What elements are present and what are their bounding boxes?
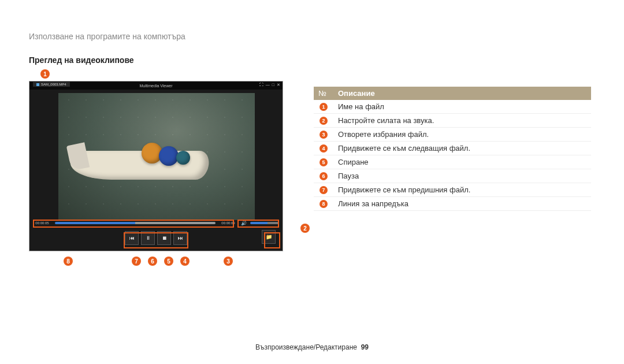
time-current: 00:00:05 xyxy=(33,221,51,225)
legend-desc: Спиране xyxy=(333,155,591,169)
legend-bullet: 7 xyxy=(320,186,328,194)
volume-slider[interactable] xyxy=(250,222,279,224)
legend-row: 7Придвижете се към предишния файл. xyxy=(314,183,591,197)
maximize-icon[interactable]: □ xyxy=(272,83,274,87)
legend-bullet: 4 xyxy=(320,144,328,153)
legend-bullet: 8 xyxy=(320,200,328,208)
page-number: 99 xyxy=(361,343,369,351)
legend-desc: Настройте силата на звука. xyxy=(333,114,591,127)
callout-2: 2 xyxy=(300,224,310,233)
legend-row: 3Отворете избрания файл. xyxy=(314,128,591,142)
callout-6: 6 xyxy=(148,257,157,266)
legend-desc: Придвижете се към предишния файл. xyxy=(333,183,591,196)
stop-button[interactable]: ⏹ xyxy=(157,231,171,245)
legend-bullet: 3 xyxy=(320,131,328,139)
progress-bar[interactable] xyxy=(55,222,216,224)
legend-bullet: 1 xyxy=(320,103,328,111)
legend-desc: Пауза xyxy=(333,169,591,183)
legend-desc: Линия за напредъка xyxy=(333,197,591,210)
breadcrumb: Използване на програмите на компютъра xyxy=(29,32,185,41)
figure: 1 SAM_0003.MP4 Multimedia Viewer ⛶ — □ ✕ xyxy=(29,81,283,251)
close-icon[interactable]: ✕ xyxy=(277,83,280,87)
fullscreen-icon[interactable]: ⛶ xyxy=(259,83,263,87)
legend-row: 4Придвижете се към следващия файл. xyxy=(314,142,591,155)
callout-1: 1 xyxy=(40,69,50,79)
legend-table: № Описание 1Име на файл 2Настройте силат… xyxy=(314,87,591,211)
legend-bullet: 6 xyxy=(320,172,328,180)
legend-header: № Описание xyxy=(314,87,591,100)
boat-image xyxy=(70,151,209,191)
legend-header-desc: Описание xyxy=(333,87,591,100)
footer-text: Възпроизвеждане/Редактиране xyxy=(255,343,357,351)
window-title: Multimedia Viewer xyxy=(139,84,172,88)
legend-row: 8Линия за напредъка xyxy=(314,197,591,211)
next-button[interactable]: ⏭ xyxy=(173,231,187,245)
titlebar: SAM_0003.MP4 Multimedia Viewer ⛶ — □ ✕ xyxy=(29,81,283,90)
legend-row: 2Настройте силата на звука. xyxy=(314,114,591,128)
callout-7: 7 xyxy=(132,257,141,266)
prev-button[interactable]: ⏮ xyxy=(125,231,139,245)
file-name: SAM_0003.MP4 xyxy=(41,83,66,86)
callout-4: 4 xyxy=(180,257,190,266)
time-total: 00:00:09 xyxy=(219,221,237,225)
footer: Възпроизвеждане/Редактиране 99 xyxy=(0,343,624,351)
controls-area: 00:00:05 00:00:09 🔊 ⏮ ⏸ ⏹ ⏭ 📁 xyxy=(33,218,279,247)
callout-3: 3 xyxy=(224,257,233,266)
multimedia-viewer-window: SAM_0003.MP4 Multimedia Viewer ⛶ — □ ✕ xyxy=(29,81,283,251)
legend-bullet: 5 xyxy=(320,158,328,166)
legend-desc: Придвижете се към следващия файл. xyxy=(333,142,591,155)
video-area xyxy=(58,93,255,220)
section-title: Преглед на видеоклипове xyxy=(29,55,134,65)
callout-5: 5 xyxy=(164,257,173,266)
open-folder-button[interactable]: 📁 xyxy=(262,230,276,244)
legend-header-num: № xyxy=(314,87,333,100)
volume-icon[interactable]: 🔊 xyxy=(241,221,247,226)
legend-row: 5Спиране xyxy=(314,155,591,169)
file-tab[interactable]: SAM_0003.MP4 xyxy=(33,82,70,87)
legend-row: 6Пауза xyxy=(314,169,591,183)
legend-row: 1Име на файл xyxy=(314,100,591,114)
pause-button[interactable]: ⏸ xyxy=(141,231,155,245)
legend-desc: Отворете избрания файл. xyxy=(333,128,591,141)
callout-8: 8 xyxy=(64,257,73,266)
legend-desc: Име на файл xyxy=(333,100,591,113)
minimize-icon[interactable]: — xyxy=(266,83,270,87)
file-icon xyxy=(36,83,39,86)
legend-bullet: 2 xyxy=(320,117,328,125)
